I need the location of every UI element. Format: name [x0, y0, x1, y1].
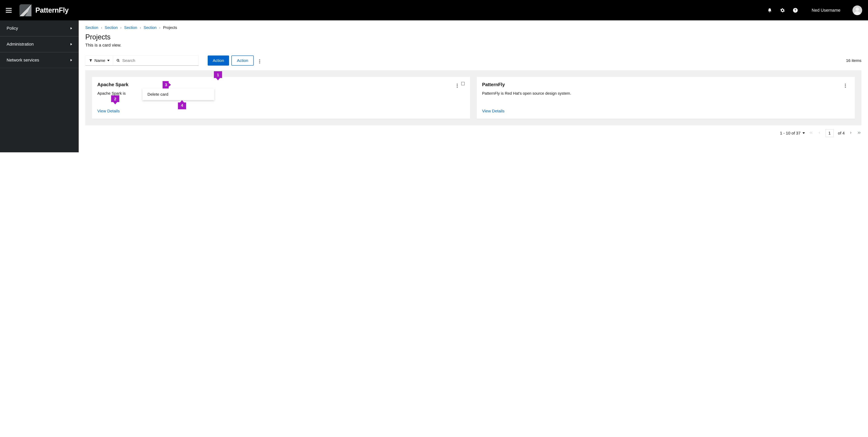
filter-label: Name: [94, 58, 105, 63]
card-grid: Apache Spark Apache Spark is View Detail…: [85, 70, 861, 125]
brand-text: PatternFly: [35, 6, 69, 14]
card-view-details-link[interactable]: View Details: [482, 109, 504, 113]
kebab-icon: [845, 83, 846, 88]
page-total: of 4: [838, 131, 845, 135]
main-content: Section › Section › Section › Section › …: [79, 21, 868, 152]
chevron-right-icon: [849, 131, 853, 135]
breadcrumb-link[interactable]: Section: [85, 26, 98, 30]
card-title: PatternFly: [482, 82, 845, 87]
avatar[interactable]: [852, 5, 862, 15]
sidebar-item-network-services[interactable]: Network services: [0, 52, 79, 68]
chevron-right-icon: [70, 27, 72, 30]
card: PatternFly PatternFly is Red Hat's open …: [477, 77, 855, 119]
items-per-page-dropdown[interactable]: 1 - 10 of 37: [780, 131, 805, 135]
chevron-left-icon: [817, 131, 821, 135]
annotation-marker-1: 1: [214, 71, 222, 78]
pagination-nav: of 4: [809, 129, 861, 137]
first-page-button[interactable]: [809, 131, 813, 136]
card-kebab[interactable]: [845, 82, 846, 88]
search-icon: [116, 59, 120, 63]
toolbar: Name Action Action 16 items: [85, 56, 861, 66]
sidebar-item-policy[interactable]: Policy: [0, 21, 79, 36]
help-icon[interactable]: ?: [793, 8, 798, 12]
caret-down-icon: [803, 132, 805, 134]
last-page-button[interactable]: [857, 131, 861, 136]
annotation-marker-3: 3: [163, 81, 168, 89]
double-chevron-left-icon: [809, 131, 813, 135]
masthead-tools: ? Ned Username: [767, 5, 862, 15]
action-secondary-button[interactable]: Action: [231, 56, 253, 66]
card-action-delete[interactable]: Delete card: [148, 92, 209, 97]
page-title: Projects: [85, 33, 861, 41]
menu-toggle[interactable]: [6, 8, 12, 12]
username[interactable]: Ned Username: [812, 8, 840, 13]
sidebar-item-label: Policy: [7, 26, 18, 31]
card: Apache Spark Apache Spark is View Detail…: [92, 77, 470, 119]
card-title: Apache Spark: [97, 82, 457, 87]
kebab-icon: [259, 59, 260, 63]
chevron-right-icon: ›: [159, 26, 160, 30]
kebab-icon: [457, 83, 458, 88]
svg-text:?: ?: [794, 8, 796, 12]
breadcrumb-link[interactable]: Section: [105, 26, 118, 30]
chevron-right-icon: ›: [140, 26, 141, 30]
masthead: PatternFly ? Ned Username: [0, 0, 868, 21]
brand-logo-icon: [20, 4, 31, 16]
breadcrumb-link[interactable]: Section: [144, 26, 157, 30]
filter-icon: [89, 59, 92, 62]
next-page-button[interactable]: [849, 131, 853, 136]
card-header: Apache Spark: [97, 82, 465, 88]
card-header: PatternFly: [482, 82, 849, 88]
sidebar-item-administration[interactable]: Administration: [0, 36, 79, 52]
filter-dropdown[interactable]: Name: [85, 56, 113, 66]
prev-page-button[interactable]: [817, 131, 821, 136]
caret-down-icon: [107, 60, 110, 61]
annotation-marker-2: 2: [111, 95, 119, 102]
sidebar-item-label: Network services: [7, 58, 39, 63]
sidebar: Policy Administration Network services: [0, 21, 79, 152]
breadcrumb-link[interactable]: Section: [124, 26, 137, 30]
card-view-details-link[interactable]: View Details: [97, 109, 120, 113]
pagination-range: 1 - 10 of 37: [780, 131, 801, 135]
breadcrumb-current: Projects: [163, 26, 177, 30]
search-box[interactable]: [113, 56, 199, 66]
chevron-right-icon: ›: [120, 26, 121, 30]
double-chevron-right-icon: [857, 131, 861, 135]
gear-icon[interactable]: [780, 8, 785, 12]
item-count: 16 items: [846, 58, 861, 63]
bell-icon[interactable]: [767, 8, 772, 12]
chevron-right-icon: ›: [101, 26, 102, 30]
card-body: PatternFly is Red Hat's open source desi…: [482, 91, 849, 104]
sidebar-item-label: Administration: [7, 42, 34, 47]
brand[interactable]: PatternFly: [20, 4, 69, 16]
card-action-menu: Delete card: [143, 89, 214, 100]
action-primary-button[interactable]: Action: [208, 56, 229, 66]
card-kebab[interactable]: [457, 82, 458, 88]
breadcrumb: Section › Section › Section › Section › …: [85, 26, 861, 30]
toolbar-kebab[interactable]: [259, 58, 260, 63]
chevron-right-icon: [70, 59, 72, 61]
page-description: This is a card view.: [85, 43, 861, 48]
pagination: 1 - 10 of 37 of 4: [85, 129, 861, 137]
card-checkbox[interactable]: [461, 82, 465, 86]
page-input[interactable]: [826, 129, 834, 137]
annotation-marker-4: 4: [178, 102, 186, 109]
chevron-right-icon: [70, 43, 72, 45]
search-input[interactable]: [122, 58, 196, 63]
